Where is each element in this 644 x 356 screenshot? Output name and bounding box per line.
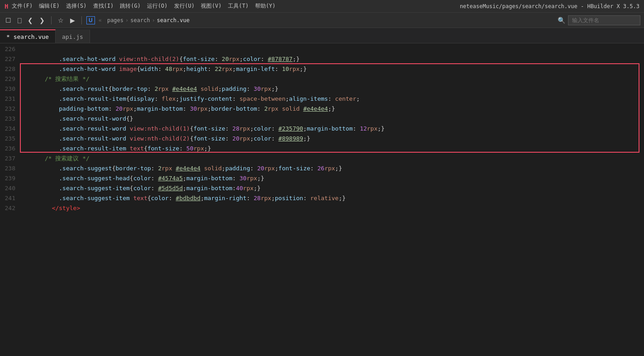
line-num-234: 234 xyxy=(5,124,15,134)
menu-bar[interactable]: 文件(F) 编辑(E) 选择(S) 查找(I) 跳转(G) 运行(O) 发行(U… xyxy=(12,2,459,10)
code-line-233: .search-result-word view:nth-child(1){fo… xyxy=(20,114,644,124)
menu-run[interactable]: 运行(O) xyxy=(147,2,168,10)
breadcrumb-pages[interactable]: pages xyxy=(107,17,123,23)
code-line-227: .search-hot-word image{width: 48rpx;heig… xyxy=(20,54,644,64)
line-num-239: 239 xyxy=(5,173,15,183)
breadcrumb-sep1: › xyxy=(125,17,128,23)
tab-api-js[interactable]: api.js xyxy=(56,29,90,43)
separator2 xyxy=(81,16,82,24)
menu-tools[interactable]: 工具(T) xyxy=(228,2,249,10)
line-num-231: 231 xyxy=(5,94,15,104)
menu-find[interactable]: 查找(I) xyxy=(93,2,114,10)
code-line-234: .search-result-word view:nth-child(2){fo… xyxy=(20,124,644,134)
code-line-232: .search-result-word{} xyxy=(20,104,644,114)
line-numbers: 226 227 228 229 230 231 232 233 234 235 … xyxy=(0,43,20,356)
code-line-239: .search-suggest-item{color: #5d5d5d;marg… xyxy=(20,173,644,183)
menu-help[interactable]: 帮助(Y) xyxy=(255,2,276,10)
menu-view[interactable]: 视图(V) xyxy=(201,2,222,10)
toolbar: ☐ ⎕ ❮ ❯ ☆ ▶ U « pages › search › search.… xyxy=(0,13,644,28)
menu-select[interactable]: 选择(S) xyxy=(66,2,87,10)
code-line-238: .search-suggest-head{color: #4574a5;marg… xyxy=(20,164,644,173)
code-content[interactable]: .search-hot-word view:nth-child(2){font-… xyxy=(20,43,644,356)
menu-publish[interactable]: 发行(U) xyxy=(174,2,195,10)
line-num-229: 229 xyxy=(5,74,15,84)
search-icon[interactable]: 🔍 xyxy=(558,17,565,24)
breadcrumb-file[interactable]: search.vue xyxy=(157,17,189,23)
code-line-230: .search-result-item{display: flex;justif… xyxy=(20,84,644,94)
line-num-233: 233 xyxy=(5,114,15,124)
star-button[interactable]: ☆ xyxy=(56,16,66,25)
code-line-229: .search-result{border-top: 2rpx #e4e4e4 … xyxy=(20,74,644,84)
save-button[interactable]: ⎕ xyxy=(16,16,23,25)
back-button[interactable]: ☐ xyxy=(4,16,13,25)
editor-area: 226 227 228 229 230 231 232 233 234 235 … xyxy=(0,43,644,356)
app-logo: H xyxy=(5,3,8,10)
line-num-228: 228 xyxy=(5,64,15,74)
tab-label-search-vue: * search.vue xyxy=(6,33,49,40)
menu-goto[interactable]: 跳转(G) xyxy=(120,2,141,10)
redo-button[interactable]: ❯ xyxy=(38,16,47,25)
file-search-input[interactable] xyxy=(568,15,640,25)
line-num-232: 232 xyxy=(5,104,15,114)
title-bar: H 文件(F) 编辑(E) 选择(S) 查找(I) 跳转(G) 运行(O) 发行… xyxy=(0,0,644,13)
breadcrumb-search[interactable]: search xyxy=(130,17,150,23)
code-line-228: /* 搜索结果 */ xyxy=(20,64,644,74)
code-line-235: .search-result-item text{font-size: 50rp… xyxy=(20,134,644,144)
uniapp-button[interactable]: U xyxy=(86,16,95,24)
menu-edit[interactable]: 编辑(E) xyxy=(39,2,60,10)
line-num-238: 238 xyxy=(5,164,15,173)
code-line-240: .search-suggest-item text{color: #bdbdbd… xyxy=(20,183,644,193)
line-num-240: 240 xyxy=(5,183,15,193)
tab-label-api-js: api.js xyxy=(62,33,83,40)
tabs-bar: * search.vue api.js xyxy=(0,28,644,43)
window-title: neteaseMusic/pages/search/search.vue - H… xyxy=(460,3,639,9)
line-num-241: 241 xyxy=(5,193,15,203)
separator xyxy=(51,16,52,24)
code-line-236: /* 搜索建议 */ xyxy=(20,144,644,154)
code-line-231: padding-bottom: 20rpx;margin-bottom: 30r… xyxy=(20,94,644,104)
line-num-237: 237 xyxy=(5,154,15,164)
menu-file[interactable]: 文件(F) xyxy=(12,2,33,10)
undo-button[interactable]: ❮ xyxy=(26,16,35,25)
line-num-227: 227 xyxy=(5,54,15,64)
line-num-236: 236 xyxy=(5,144,15,154)
code-line-226: .search-hot-word view:nth-child(2){font-… xyxy=(20,44,644,54)
toolbar-search: 🔍 xyxy=(558,15,640,25)
line-num-235: 235 xyxy=(5,134,15,144)
run-button[interactable]: ▶ xyxy=(68,16,77,25)
breadcrumb-sep2: › xyxy=(152,17,155,23)
code-line-237: .search-suggest{border-top: 2rpx #e4e4e4… xyxy=(20,154,644,164)
tab-search-vue[interactable]: * search.vue xyxy=(0,29,56,43)
line-num-226: 226 xyxy=(5,44,15,54)
line-num-242: 242 xyxy=(5,203,15,213)
code-line-241: </style> xyxy=(20,193,644,203)
code-line-242 xyxy=(20,203,644,213)
breadcrumb: pages › search › search.vue xyxy=(107,17,189,23)
line-num-230: 230 xyxy=(5,84,15,94)
